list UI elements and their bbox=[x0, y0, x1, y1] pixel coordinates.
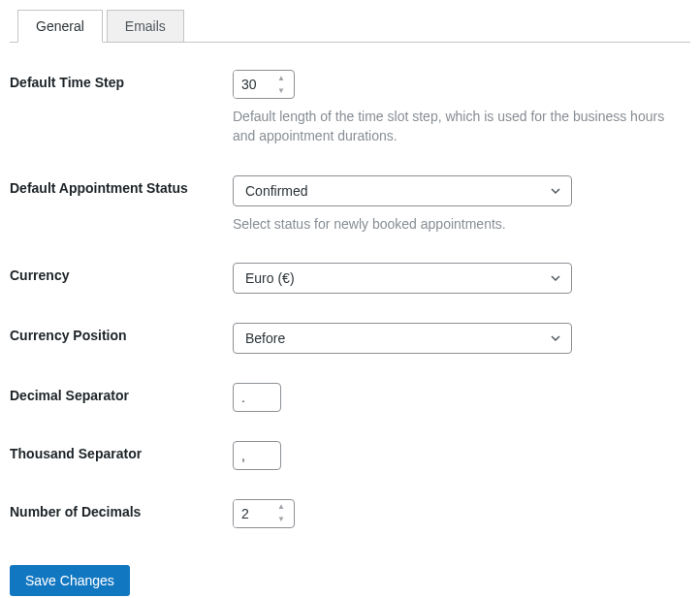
chevron-down-icon bbox=[550, 185, 561, 197]
currency-select[interactable]: Euro (€) bbox=[233, 263, 572, 294]
tab-general-label: General bbox=[36, 18, 84, 34]
label-num-decimals: Number of Decimals bbox=[10, 489, 233, 548]
default-status-desc: Select status for newly booked appointme… bbox=[233, 214, 690, 234]
thousand-separator-input[interactable] bbox=[233, 441, 281, 470]
save-button[interactable]: Save Changes bbox=[10, 565, 130, 596]
label-thousand-separator: Thousand Separator bbox=[10, 431, 233, 489]
currency-value: Euro (€) bbox=[245, 270, 295, 286]
tab-bar: General Emails bbox=[10, 10, 690, 43]
tab-underline bbox=[10, 42, 690, 43]
default-time-step-input[interactable] bbox=[234, 71, 272, 98]
tab-emails[interactable]: Emails bbox=[107, 10, 184, 43]
label-decimal-separator: Decimal Separator bbox=[10, 373, 233, 431]
decimal-separator-input[interactable] bbox=[233, 383, 281, 412]
form-table: Default Time Step ▲ ▼ Default length of … bbox=[10, 60, 690, 548]
default-status-value: Confirmed bbox=[245, 183, 308, 199]
chevron-down-icon bbox=[550, 332, 561, 344]
default-time-step-stepper[interactable]: ▲ ▼ bbox=[233, 70, 295, 99]
tab-emails-label: Emails bbox=[125, 18, 166, 34]
label-currency-position: Currency Position bbox=[10, 313, 233, 373]
chevron-down-icon bbox=[550, 272, 561, 284]
stepper-up-icon[interactable]: ▲ bbox=[272, 71, 290, 84]
label-default-status: Default Appointment Status bbox=[10, 166, 233, 253]
stepper-up-icon[interactable]: ▲ bbox=[272, 500, 290, 514]
num-decimals-stepper[interactable]: ▲ ▼ bbox=[233, 499, 295, 528]
currency-position-select[interactable]: Before bbox=[233, 323, 572, 354]
default-status-select[interactable]: Confirmed bbox=[233, 175, 572, 206]
num-decimals-input[interactable] bbox=[234, 500, 272, 527]
currency-position-value: Before bbox=[245, 330, 285, 346]
label-default-time-step: Default Time Step bbox=[10, 60, 233, 166]
stepper-down-icon[interactable]: ▼ bbox=[272, 84, 290, 98]
save-button-label: Save Changes bbox=[25, 573, 114, 588]
default-time-step-desc: Default length of the time slot step, wh… bbox=[233, 107, 690, 146]
settings-page: General Emails Default Time Step ▲ ▼ Def… bbox=[0, 0, 700, 598]
tab-general[interactable]: General bbox=[17, 10, 103, 43]
label-currency: Currency bbox=[10, 253, 233, 313]
stepper-down-icon[interactable]: ▼ bbox=[272, 514, 290, 527]
